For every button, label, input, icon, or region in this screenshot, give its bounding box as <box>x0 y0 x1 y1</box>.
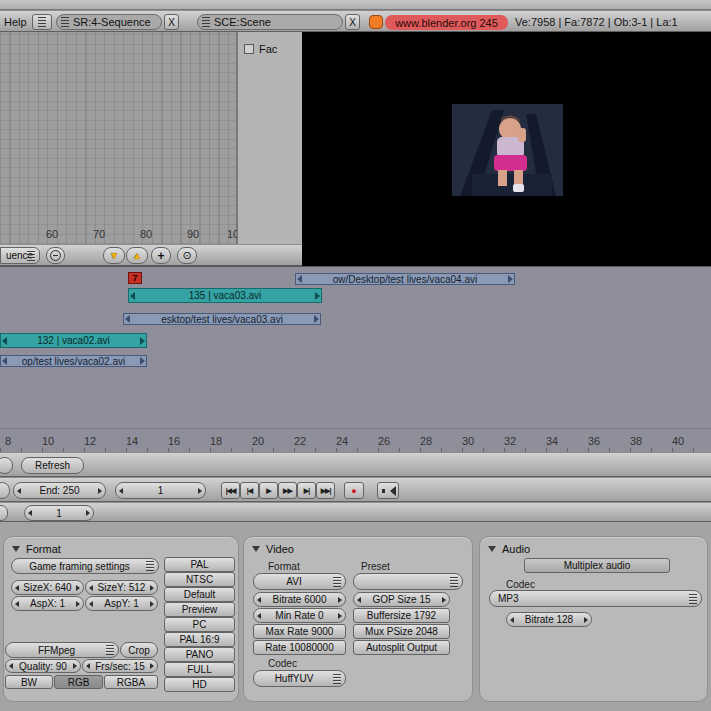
strip-vaca04-path[interactable]: ow/Desktop/test lives/vaca04.avi <box>295 273 515 285</box>
preview-image <box>452 104 563 196</box>
max-rate-field[interactable]: Max Rate 9000 <box>253 624 346 639</box>
prev-key-button[interactable]: |◀ <box>240 482 259 499</box>
strip-vaca03-path[interactable]: esktop/test lives/vaca03.avi <box>123 313 321 325</box>
size-y-field[interactable]: SizeY: 512 <box>85 580 158 595</box>
move-channel-up-button[interactable]: ▲ <box>126 247 148 264</box>
strip-vaca02[interactable]: 132 | vaca02.avi <box>0 333 147 348</box>
sequencer-mini-button[interactable] <box>0 457 13 474</box>
ruler-tick: 38 <box>630 435 642 447</box>
preset-pal-button[interactable]: PAL <box>164 557 235 572</box>
next-frame-button[interactable]: ▶▶ <box>278 482 297 499</box>
ipo-extra-button[interactable]: ⊙ <box>177 247 197 264</box>
buttons-mini-button[interactable] <box>0 505 8 521</box>
screen-selector[interactable]: SR:4-Sequence <box>56 14 162 30</box>
multiplex-audio-toggle[interactable]: Multiplex audio <box>524 558 670 573</box>
ffmpeg-menu[interactable]: FFMpeg <box>5 642 119 658</box>
asp-x-field[interactable]: AspX: 1 <box>11 596 84 611</box>
preset-pano-button[interactable]: PANO <box>164 647 235 662</box>
crop-button[interactable]: Crop <box>120 642 158 658</box>
top-edge-sliver <box>0 0 711 10</box>
audio-bitrate-field[interactable]: Bitrate 128 <box>506 612 592 627</box>
video-preset-menu[interactable] <box>353 573 463 590</box>
format-panel-header[interactable]: Format <box>12 541 61 556</box>
buttons-frame-field[interactable]: 1 <box>24 505 94 521</box>
audio-mute-button[interactable] <box>377 482 399 499</box>
move-channel-down-button[interactable]: ▼ <box>103 247 125 264</box>
timeline-header: End: 250 1 |◀◀ |◀ ▶ ▶▶ ▶| ▶▶| ● <box>0 477 711 502</box>
preset-hd-button[interactable]: HD <box>164 677 235 692</box>
ruler-tick: 16 <box>168 435 180 447</box>
screen-close-button[interactable]: X <box>164 14 179 30</box>
scene-selector-value: SCE:Scene <box>214 16 271 28</box>
ipo-channel-panel: Fac <box>237 32 302 244</box>
jump-start-button[interactable]: |◀◀ <box>221 482 240 499</box>
collapse-triangle-icon <box>12 546 20 556</box>
video-panel-header[interactable]: Video <box>252 541 294 556</box>
game-framing-menu[interactable]: Game framing settings <box>11 558 159 574</box>
preset-pc-button[interactable]: PC <box>164 617 235 632</box>
autosplit-toggle[interactable]: Autosplit Output <box>353 640 450 655</box>
preset-pal169-button[interactable]: PAL 16:9 <box>164 632 235 647</box>
menu-help[interactable]: Help <box>4 16 27 28</box>
current-frame-field[interactable]: 1 <box>115 482 206 499</box>
ipo-grid[interactable]: 60 70 80 90 100 <box>0 32 237 244</box>
video-codec-menu[interactable]: HuffYUV <box>253 670 346 687</box>
mux-rate-field[interactable]: Rate 10080000 <box>253 640 346 655</box>
play-button[interactable]: ▶ <box>259 482 278 499</box>
strip-vaca03[interactable]: 135 | vaca03.avi <box>128 288 322 303</box>
bw-toggle[interactable]: BW <box>5 675 53 689</box>
blender-window: Help SR:4-Sequence X SCE:Scene X www.ble… <box>0 0 711 711</box>
strip-vaca02-path[interactable]: op/test lives/vaca02.avi <box>0 355 147 367</box>
ipo-type-menu[interactable]: uence <box>0 247 40 264</box>
browse-screens-icon <box>61 17 69 27</box>
preset-ntsc-button[interactable]: NTSC <box>164 572 235 587</box>
sequencer-marker[interactable]: 7 <box>128 272 142 284</box>
video-format-menu[interactable]: AVI <box>253 573 346 590</box>
channel-name[interactable]: Fac <box>259 43 277 55</box>
scene-close-button[interactable]: X <box>345 14 360 30</box>
ruler-tick: 30 <box>462 435 474 447</box>
mux-psize-field[interactable]: Mux PSize 2048 <box>353 624 450 639</box>
quality-field[interactable]: Quality: 90 <box>5 659 81 673</box>
refresh-button[interactable]: Refresh <box>21 457 84 474</box>
buffersize-field[interactable]: Buffersize 1792 <box>353 608 450 623</box>
video-panel-title: Video <box>266 543 294 555</box>
gop-size-field[interactable]: GOP Size 15 <box>353 592 450 607</box>
rgba-toggle[interactable]: RGBA <box>104 675 158 689</box>
frame-ruler[interactable]: 8 10 12 14 16 18 20 22 24 26 28 30 32 34… <box>0 428 711 452</box>
rgb-toggle[interactable]: RGB <box>54 675 103 689</box>
preset-full-button[interactable]: FULL <box>164 662 235 677</box>
audio-panel-header[interactable]: Audio <box>488 541 530 556</box>
ipo-circle-button[interactable] <box>46 247 65 264</box>
ruler-tick: 28 <box>420 435 432 447</box>
end-frame-field[interactable]: End: 250 <box>13 482 106 499</box>
next-key-button[interactable]: ▶| <box>297 482 316 499</box>
preset-default-button[interactable]: Default <box>164 587 235 602</box>
min-rate-field[interactable]: Min Rate 0 <box>253 608 346 623</box>
preset-preview-button[interactable]: Preview <box>164 602 235 617</box>
jump-end-button[interactable]: ▶▶| <box>316 482 335 499</box>
buttons-window-header: 1 <box>0 502 711 522</box>
ipo-header: uence ▼ ▲ + ⊙ <box>0 244 302 266</box>
fps-field[interactable]: Frs/sec: 15 <box>82 659 158 673</box>
ruler-tick: 32 <box>504 435 516 447</box>
asp-y-field[interactable]: AspY: 1 <box>85 596 158 611</box>
scene-selector[interactable]: SCE:Scene <box>197 14 343 30</box>
window-type-button[interactable] <box>32 14 52 30</box>
ruler-tick: 24 <box>336 435 348 447</box>
collapse-triangle-icon <box>488 546 496 556</box>
ruler-tick: 18 <box>210 435 222 447</box>
dot-circle-icon: ⊙ <box>182 249 191 262</box>
video-preview-area <box>302 32 711 266</box>
sequencer-canvas[interactable]: 7 ow/Desktop/test lives/vaca04.avi 135 |… <box>0 266 711 428</box>
ruler-tick: 34 <box>546 435 558 447</box>
audio-codec-menu[interactable]: MP3 <box>489 590 702 607</box>
center-view-button[interactable]: + <box>151 247 171 264</box>
timeline-mini-button[interactable] <box>0 482 10 499</box>
record-button[interactable]: ● <box>344 482 364 499</box>
x-tick: 70 <box>93 228 105 240</box>
bitrate-field[interactable]: Bitrate 6000 <box>253 592 346 607</box>
format-panel: Format Game framing settings PAL NTSC De… <box>3 536 239 702</box>
ruler-tick: 8 <box>5 435 11 447</box>
size-x-field[interactable]: SizeX: 640 <box>11 580 84 595</box>
